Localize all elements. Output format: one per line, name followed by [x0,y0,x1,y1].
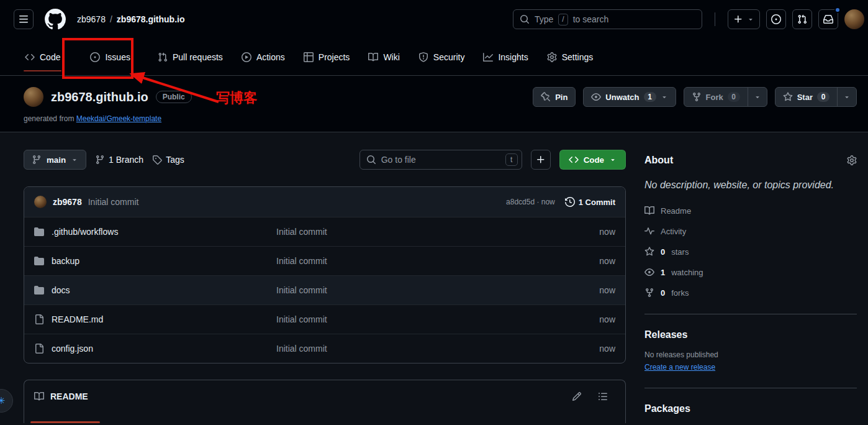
file-link[interactable]: docs [34,285,276,295]
create-new-button[interactable] [728,9,760,29]
branches-link[interactable]: 1 Branch [95,155,143,165]
commit-author-avatar[interactable] [34,196,47,208]
issue-opened-icon [771,14,781,24]
pin-button[interactable]: Pin [533,87,576,107]
plus-icon [733,14,743,24]
global-search-input[interactable]: Type / to search [513,9,702,29]
pin-label: Pin [555,93,567,102]
git-branch-icon [32,155,42,165]
file-commit-time: now [572,285,615,295]
outline-list-icon[interactable] [598,391,608,401]
slash-key-hint: / [558,14,567,25]
app-header: zb9678 / zb9678.github.io Type / to sear… [0,0,868,76]
repo-owner-avatar[interactable] [24,87,43,107]
go-to-file-input[interactable] [381,155,500,165]
sidebar-item-readme[interactable]: Readme [644,206,857,216]
breadcrumb-repo[interactable]: zb9678.github.io [117,14,185,24]
stars-link-label: stars [671,247,689,257]
tags-link[interactable]: Tags [152,155,184,165]
star-icon [644,247,654,257]
book-icon [644,206,654,216]
file-commit-message[interactable]: Initial commit [276,256,572,266]
activity-link-label: Activity [661,227,686,236]
file-commit-message[interactable]: Initial commit [276,285,572,295]
tab-issues[interactable]: Issues [84,39,136,75]
tab-security[interactable]: Security [412,39,471,75]
about-heading: About [644,155,673,166]
files-column: main 1 Branch Tags t Code [24,150,626,423]
branch-selector-button[interactable]: main [24,150,86,170]
fork-button[interactable]: Fork 0 [684,88,748,106]
breadcrumb: zb9678 / zb9678.github.io [77,14,185,24]
star-button[interactable]: Star 0 [775,88,837,106]
folder-icon [34,256,44,266]
tab-wiki-label: Wiki [383,52,399,62]
file-link[interactable]: config.json [34,344,276,354]
sidebar-divider [644,314,857,314]
commit-author[interactable]: zb9678 [53,197,82,207]
chevron-down-icon [754,93,761,101]
tab-projects[interactable]: Projects [297,39,356,75]
file-commit-message[interactable]: Initial commit [276,344,572,354]
book-icon [34,391,44,401]
watch-count-badge: 1 [644,92,656,102]
sidebar-item-forks[interactable]: 0 forks [644,288,857,298]
readme-tab[interactable]: README [50,391,88,401]
file-link[interactable]: .github/workflows [34,227,276,237]
sidebar-item-stars[interactable]: 0 stars [644,247,857,257]
repo-title[interactable]: zb9678.github.io [51,90,148,104]
go-to-file-search[interactable]: t [359,150,522,170]
readme-active-tab-underline [30,421,100,423]
repo-forked-icon [692,92,702,102]
your-issues-button[interactable] [766,9,786,29]
file-commit-message[interactable]: Initial commit [276,227,572,237]
star-dropdown-button[interactable] [837,88,856,106]
tab-actions[interactable]: Actions [235,39,291,75]
commit-history-link[interactable]: 1 Commit [565,197,615,207]
table-row: config.json Initial commit now [24,334,625,363]
tab-security-label: Security [433,52,465,62]
commit-message[interactable]: Initial commit [88,197,139,207]
create-release-link[interactable]: Create a new release [644,363,715,372]
inbox-icon [823,14,833,24]
table-row: docs Initial commit now [24,275,625,304]
edit-readme-pencil-icon[interactable] [572,391,582,401]
sidebar-item-watching[interactable]: 1 watching [644,267,857,277]
tab-pull-requests-label: Pull requests [173,52,223,62]
releases-heading[interactable]: Releases [644,329,857,340]
packages-heading[interactable]: Packages [644,403,857,414]
file-link[interactable]: backup [34,256,276,266]
tab-code[interactable]: Code [19,39,66,75]
unwatch-button[interactable]: Unwatch 1 [583,87,676,107]
add-file-button[interactable] [531,150,551,170]
star-count-badge: 0 [817,92,830,102]
edit-repo-details-button[interactable] [847,155,857,165]
file-commit-message[interactable]: Initial commit [276,314,572,324]
tab-settings[interactable]: Settings [541,39,600,75]
file-link[interactable]: README.md [34,314,276,324]
file-name-label: docs [52,285,70,295]
file-name-label: .github/workflows [52,227,118,237]
annotation-text: 写博客 [216,89,257,107]
sidebar-item-activity[interactable]: Activity [644,226,857,236]
forks-link-label: forks [671,288,689,298]
sidebar-divider [644,388,857,388]
tab-insights-label: Insights [498,52,528,62]
hamburger-menu-button[interactable] [14,9,34,29]
your-pull-requests-button[interactable] [792,9,812,29]
folder-icon [34,285,44,295]
branches-label: 1 Branch [109,155,143,165]
tab-wiki[interactable]: Wiki [362,39,405,75]
unread-notification-dot [834,7,841,13]
code-dropdown-button[interactable]: Code [559,150,626,170]
breadcrumb-owner[interactable]: zb9678 [77,14,106,24]
git-branch-icon [95,155,105,165]
code-icon [569,155,579,165]
github-logo-icon[interactable] [45,9,66,30]
tab-insights[interactable]: Insights [477,39,534,75]
user-avatar[interactable] [844,9,864,29]
commit-sha-time[interactable]: a8dcd5d · now [506,198,555,206]
fork-dropdown-button[interactable] [748,88,767,106]
tab-pull-requests[interactable]: Pull requests [151,39,229,75]
template-repo-link[interactable]: Meekdai/Gmeek-template [76,114,161,123]
